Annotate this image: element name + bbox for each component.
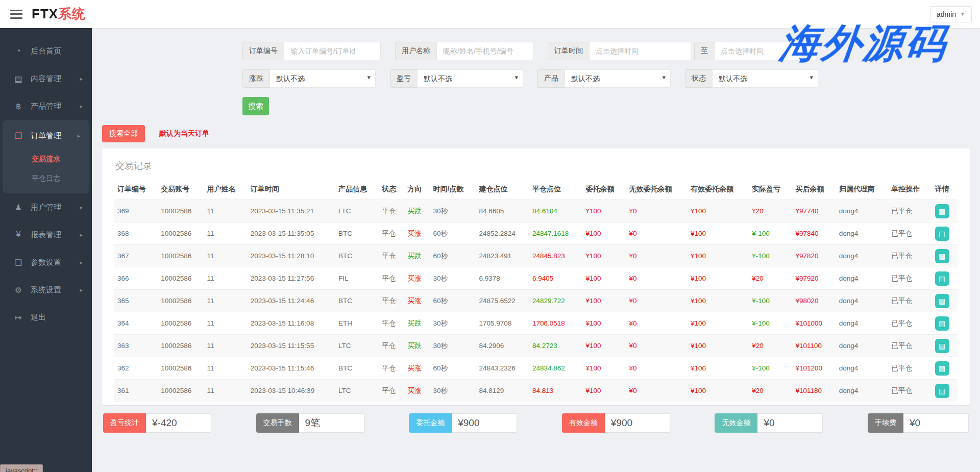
cell-entrust-balance: ¥100 xyxy=(582,357,626,380)
sidebar-item-logout[interactable]: ↦ 退出 xyxy=(0,304,92,331)
cell-agent: dong4 xyxy=(836,222,889,245)
list-icon: ▤ xyxy=(939,252,945,260)
sidebar-item-reports[interactable]: ¥ 报表管理 ▸ xyxy=(0,221,92,249)
status-label: 状态 xyxy=(685,69,712,88)
detail-button[interactable]: ▤ xyxy=(935,227,949,241)
sidebar-item-system[interactable]: ⚙ 系统设置 ▸ xyxy=(0,276,92,304)
user-name-input[interactable] xyxy=(436,42,533,60)
list-icon: ▤ xyxy=(939,275,945,283)
stat-valid-amount: 有效金额¥900 xyxy=(562,413,670,433)
detail-button[interactable]: ▤ xyxy=(935,294,949,308)
table-row: 36310002586112023-03-15 11:15:55LTC平仓买跌3… xyxy=(114,335,958,357)
cell-direction: 买跌 xyxy=(404,200,430,222)
table-row: 36210002586112023-03-15 11:15:46BTC平仓买涨6… xyxy=(114,357,958,380)
sidebar-subitem-close-log[interactable]: 平仓日志 xyxy=(3,169,89,188)
cell-order-no: 367 xyxy=(114,245,158,267)
main-content: 订单编号 用户名称 订单时间 至 涨跌 默认不选 盈亏 xyxy=(92,28,980,472)
detail-button[interactable]: ▤ xyxy=(935,204,949,218)
list-icon: ▤ xyxy=(939,297,945,305)
cell-agent: dong4 xyxy=(836,312,889,335)
list-icon: ▤ xyxy=(939,319,945,328)
sidebar-subitem-trade-flow[interactable]: 交易流水 xyxy=(3,150,89,169)
cell-direction: 买跌 xyxy=(404,245,430,267)
cell-after-balance: ¥101000 xyxy=(792,312,836,335)
cell-valid-entrust: ¥100 xyxy=(688,267,749,290)
cell-status: 平仓 xyxy=(379,245,404,267)
cell-after-balance: ¥98020 xyxy=(792,290,836,312)
cell-actual-profit: ¥-100 xyxy=(749,357,792,380)
time-end-group: 至 xyxy=(694,42,816,60)
table-header-row: 订单编号交易账号用户姓名订单时间产品信息状态方向时间/点数建仓点位平仓点位委托余… xyxy=(114,180,958,200)
stat-value: ¥900 xyxy=(452,413,517,433)
cell-duration: 60秒 xyxy=(430,222,476,245)
search-form: 订单编号 用户名称 订单时间 至 涨跌 默认不选 盈亏 xyxy=(242,42,829,115)
order-no-group: 订单编号 xyxy=(242,42,381,60)
cell-open-point: 24823.491 xyxy=(476,245,529,267)
time-start-input[interactable] xyxy=(589,42,691,60)
cell-invalid-entrust: ¥0 xyxy=(626,335,688,357)
status-select[interactable]: 默认不选 xyxy=(712,69,818,88)
detail-button[interactable]: ▤ xyxy=(935,339,949,353)
detail-button[interactable]: ▤ xyxy=(935,249,949,263)
cell-order-no: 369 xyxy=(114,200,158,222)
cell-open-point: 24875.6522 xyxy=(476,290,529,312)
list-icon: ▤ xyxy=(939,207,945,215)
cell-close-point: 24829.722 xyxy=(529,290,582,312)
cell-invalid-entrust: ¥0 xyxy=(626,222,688,245)
column-header: 无效委托余额 xyxy=(626,180,688,200)
cell-agent: dong4 xyxy=(836,380,889,402)
list-icon: ▤ xyxy=(939,230,945,238)
sidebar-item-content[interactable]: ▤ 内容管理 ▸ xyxy=(0,65,92,92)
search-all-button[interactable]: 搜索全部 xyxy=(102,125,145,142)
stat-badge: 委托金额 xyxy=(409,413,452,433)
brand-primary: FTX xyxy=(32,6,58,21)
cell-valid-entrust: ¥100 xyxy=(688,200,749,222)
stat-badge: 盈亏统计 xyxy=(103,413,146,433)
time-end-input[interactable] xyxy=(714,42,816,60)
search-button[interactable]: 搜索 xyxy=(242,97,269,115)
profit-select[interactable]: 默认不选 xyxy=(417,69,523,88)
cell-after-balance: ¥101200 xyxy=(792,357,836,380)
cell-control: 已平仓 xyxy=(888,290,932,312)
detail-button[interactable]: ▤ xyxy=(935,271,949,286)
cell-account: 10002586 xyxy=(158,267,204,290)
table-row: 36710002586112023-03-15 11:28:10BTC平仓买跌6… xyxy=(114,245,958,267)
updown-select[interactable]: 默认不选 xyxy=(270,69,376,88)
cell-duration: 60秒 xyxy=(430,245,476,267)
user-name-group: 用户名称 xyxy=(395,42,533,60)
user-menu-dropdown[interactable]: admin ▼ xyxy=(930,6,972,22)
chevron-right-icon: ▸ xyxy=(80,259,83,266)
sidebar-item-users[interactable]: ♟ 用户管理 ▸ xyxy=(0,193,92,221)
yen-icon: ¥ xyxy=(12,230,24,239)
detail-button[interactable]: ▤ xyxy=(935,361,949,376)
cell-order-no: 363 xyxy=(114,335,158,357)
list-icon: ▤ xyxy=(939,342,945,350)
trade-table-body: 36910002586112023-03-15 11:35:21LTC平仓买跌3… xyxy=(114,200,958,402)
cell-detail: ▤ xyxy=(932,312,958,335)
cell-entrust-balance: ¥100 xyxy=(582,200,626,222)
column-header: 交易账号 xyxy=(158,180,204,200)
detail-button[interactable]: ▤ xyxy=(935,316,949,331)
cell-order-time: 2023-03-15 11:27:56 xyxy=(248,267,335,290)
cell-order-no: 362 xyxy=(114,357,158,380)
hamburger-menu-icon[interactable] xyxy=(10,10,22,19)
sidebar-item-params[interactable]: ❏ 参数设置 ▸ xyxy=(0,249,92,276)
chevron-right-icon: ▸ xyxy=(80,76,83,82)
product-select[interactable]: 默认不选 xyxy=(565,69,671,88)
cell-close-point: 84.2723 xyxy=(529,335,582,357)
brand-accent: 系统 xyxy=(58,6,86,21)
cell-order-time: 2023-03-15 11:16:08 xyxy=(248,312,335,335)
order-no-input[interactable] xyxy=(284,42,381,60)
cell-actual-profit: ¥20 xyxy=(749,267,792,290)
detail-button[interactable]: ▤ xyxy=(935,384,949,398)
sidebar-item-dashboard[interactable]: ◔ 后台首页 xyxy=(0,37,92,65)
cell-close-point: 1706.0518 xyxy=(529,312,582,335)
cell-entrust-balance: ¥100 xyxy=(582,267,626,290)
sidebar-item-products[interactable]: ฿ 产品管理 ▸ xyxy=(0,92,92,120)
column-header: 详情 xyxy=(932,180,958,200)
cell-order-no: 364 xyxy=(114,312,158,335)
chevron-right-icon: ▸ xyxy=(80,103,83,110)
sidebar-item-orders[interactable]: ❐ 订单管理 ▸ xyxy=(3,122,89,150)
stat-value: ¥-420 xyxy=(146,413,211,433)
cell-direction: 买涨 xyxy=(404,290,430,312)
